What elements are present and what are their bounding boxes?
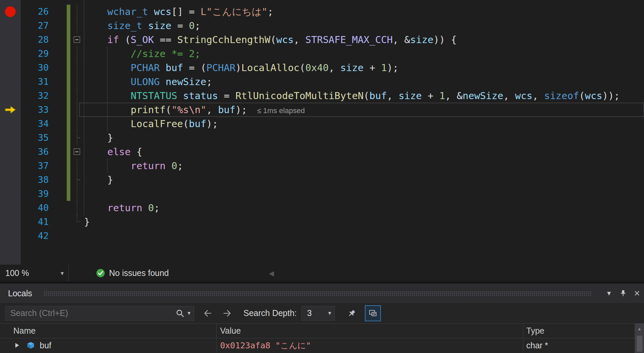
code-line[interactable]: 36 else { (0, 145, 644, 159)
glyph-margin-cell[interactable] (0, 75, 21, 89)
locals-name-cell[interactable]: buf (0, 338, 217, 352)
fold-margin[interactable] (70, 159, 84, 173)
current-statement-arrow-icon[interactable] (4, 105, 16, 114)
fold-margin[interactable] (70, 103, 84, 117)
fold-margin[interactable] (70, 75, 84, 89)
expand-arrow-icon[interactable] (15, 343, 19, 348)
glyph-margin-cell[interactable] (0, 33, 21, 47)
zoom-control[interactable]: 100 % ▾ (0, 265, 69, 282)
fold-margin[interactable] (70, 173, 84, 187)
zoom-level: 100 % (5, 268, 29, 278)
search-box[interactable]: ▾ (5, 306, 194, 321)
code-line[interactable]: 32 NTSTATUS status = RtlUnicodeToMultiBy… (0, 89, 644, 103)
locals-row[interactable]: buf0x0123afa8 "こんに"char * (0, 338, 635, 352)
search-back-button[interactable] (202, 308, 213, 319)
code-text[interactable]: return 0; (84, 201, 644, 215)
fold-margin[interactable] (70, 61, 84, 75)
search-forward-button[interactable] (221, 308, 233, 319)
code-text[interactable]: else { (84, 145, 644, 159)
locals-title-bar[interactable]: Locals ▾ (0, 284, 644, 303)
column-header-type[interactable]: Type (523, 324, 635, 338)
code-text[interactable]: LocalFree(buf); (84, 117, 644, 131)
code-text[interactable]: ULONG newSize; (84, 75, 644, 89)
locals-table-header: Name Value Type (0, 324, 635, 338)
pin-values-button[interactable] (344, 305, 360, 321)
code-text[interactable]: } (84, 131, 644, 145)
fold-margin[interactable] (70, 229, 84, 243)
code-line[interactable]: 31 ULONG newSize; (0, 75, 644, 89)
alternate-view-button[interactable] (365, 305, 381, 321)
fold-margin[interactable] (70, 187, 84, 201)
code-text[interactable]: printf("%s\n", buf);≤ 1ms elapsed (84, 103, 644, 117)
code-editor[interactable]: 26 wchar_t wcs[] = L"こんにちは";27 size_t si… (0, 0, 644, 265)
code-line[interactable]: 40 return 0; (0, 201, 644, 215)
code-line[interactable]: 37 return 0; (0, 159, 644, 173)
fold-margin[interactable] (70, 33, 84, 47)
pin-button[interactable] (616, 286, 630, 300)
code-line[interactable]: 42 (0, 229, 644, 243)
code-line[interactable]: 33 printf("%s\n", buf);≤ 1ms elapsed (0, 103, 644, 117)
column-header-value[interactable]: Value (217, 324, 523, 338)
code-line[interactable]: 39 (0, 187, 644, 201)
code-text[interactable]: } (84, 173, 644, 187)
code-line[interactable]: 30 PCHAR buf = (PCHAR)LocalAlloc(0x40, s… (0, 61, 644, 75)
glyph-margin-cell[interactable] (0, 145, 21, 159)
code-text[interactable]: wchar_t wcs[] = L"こんにちは"; (84, 5, 644, 19)
fold-collapse-box[interactable] (74, 36, 80, 43)
fold-margin[interactable] (70, 145, 84, 159)
fold-margin[interactable] (70, 19, 84, 33)
window-position-button[interactable]: ▾ (602, 286, 616, 300)
code-line[interactable]: 35 } (0, 131, 644, 145)
locals-panel: Locals ▾ ▾ (0, 284, 644, 353)
glyph-margin-cell[interactable] (0, 229, 21, 243)
code-text[interactable]: } (84, 215, 644, 229)
code-line[interactable]: 29 //size *= 2; (0, 47, 644, 61)
fold-margin[interactable] (70, 215, 84, 229)
code-text[interactable]: if (S_OK == StringCchLengthW(wcs, STRSAF… (84, 33, 644, 47)
locals-value-cell[interactable]: 0x0123afa8 "こんに" (217, 338, 523, 352)
code-text[interactable]: NTSTATUS status = RtlUnicodeToMultiByteN… (84, 89, 644, 103)
breakpoint-icon[interactable] (5, 6, 16, 17)
glyph-margin-cell[interactable] (0, 117, 21, 131)
glyph-margin-cell[interactable] (0, 131, 21, 145)
code-text[interactable]: size_t size = 0; (84, 19, 644, 33)
fold-margin[interactable] (70, 5, 84, 19)
glyph-margin-cell[interactable] (0, 187, 21, 201)
search-options-chevron-icon[interactable]: ▾ (187, 310, 190, 317)
scroll-up-arrow-icon[interactable]: ▲ (635, 324, 644, 334)
glyph-margin-cell[interactable] (0, 103, 21, 117)
code-line[interactable]: 26 wchar_t wcs[] = L"こんにちは"; (0, 5, 644, 19)
glyph-margin-cell[interactable] (0, 19, 21, 33)
column-header-name[interactable]: Name (0, 324, 217, 338)
chevron-down-icon: ▾ (328, 310, 331, 317)
horizontal-scroll-left-arrow-icon[interactable]: ◀ (269, 269, 274, 277)
close-button[interactable] (630, 286, 644, 300)
code-line[interactable]: 38 } (0, 173, 644, 187)
glyph-margin-cell[interactable] (0, 5, 21, 19)
search-depth-dropdown[interactable]: 3 ▾ (301, 306, 335, 321)
glyph-margin-cell[interactable] (0, 89, 21, 103)
fold-margin[interactable] (70, 131, 84, 145)
fold-margin[interactable] (70, 201, 84, 215)
glyph-margin-cell[interactable] (0, 215, 21, 229)
glyph-margin-cell[interactable] (0, 159, 21, 173)
locals-scrollbar[interactable]: ▲ (635, 324, 644, 353)
fold-margin[interactable] (70, 47, 84, 61)
code-text[interactable]: return 0; (84, 159, 644, 173)
fold-margin[interactable] (70, 117, 84, 131)
code-line[interactable]: 34 LocalFree(buf); (0, 117, 644, 131)
code-line[interactable]: 41} (0, 215, 644, 229)
glyph-margin-cell[interactable] (0, 61, 21, 75)
scrollbar-thumb[interactable] (637, 336, 642, 352)
code-line[interactable]: 27 size_t size = 0; (0, 19, 644, 33)
code-line[interactable]: 28 if (S_OK == StringCchLengthW(wcs, STR… (0, 33, 644, 47)
code-text[interactable]: PCHAR buf = (PCHAR)LocalAlloc(0x40, size… (84, 61, 644, 75)
fold-margin[interactable] (70, 89, 84, 103)
glyph-margin-cell[interactable] (0, 173, 21, 187)
search-icon[interactable] (175, 309, 185, 318)
glyph-margin-cell[interactable] (0, 47, 21, 61)
glyph-margin-cell[interactable] (0, 201, 21, 215)
search-input[interactable] (6, 308, 175, 318)
code-text[interactable]: //size *= 2; (84, 47, 644, 61)
fold-collapse-box[interactable] (74, 148, 80, 155)
